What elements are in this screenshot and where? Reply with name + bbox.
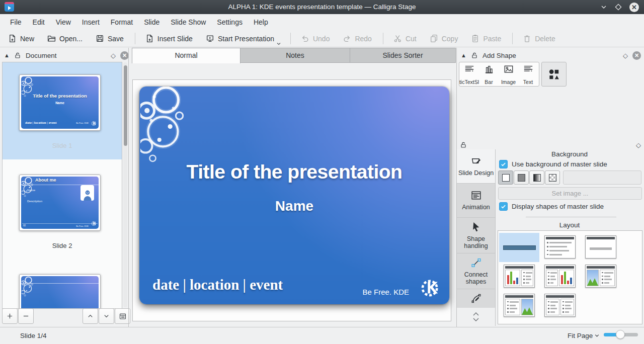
scrollbar-thumb[interactable] — [124, 65, 127, 146]
zoom-slider-handle[interactable] — [616, 330, 625, 339]
menu-help[interactable]: Help — [248, 16, 274, 29]
toolbar-separator — [383, 33, 383, 44]
menu-slide[interactable]: Slide — [138, 16, 165, 29]
bar-chart-icon — [484, 64, 495, 74]
slide-2-thumbnail[interactable]: About me Name Description 02 Be Free. KD… — [19, 175, 101, 231]
menu-view[interactable]: View — [50, 16, 76, 29]
menu-edit[interactable]: Edit — [27, 16, 50, 29]
shape-text-slide-item[interactable]: ticTextSl — [459, 62, 479, 86]
save-button[interactable]: Save — [96, 34, 124, 43]
maximize-icon[interactable] — [615, 4, 622, 11]
display-master-shapes-checkbox[interactable] — [499, 202, 508, 211]
layout-option-title-text-image[interactable] — [499, 291, 539, 320]
document-panel-header: ▲ Document ◇ ✕ — [4, 49, 129, 62]
redo-button[interactable]: Redo — [343, 34, 371, 43]
lock-icon[interactable] — [460, 141, 467, 148]
open-button[interactable]: Open... — [47, 34, 83, 43]
layout-option-title-only[interactable] — [499, 233, 539, 262]
shape-image-item[interactable]: Image — [499, 62, 518, 86]
use-master-background-row: Use background of master slide — [499, 160, 607, 168]
layout-option-title-bullets[interactable] — [540, 233, 580, 262]
add-shape-panel-title: Add Shape — [482, 52, 516, 59]
slide-3-thumbnail[interactable] — [19, 274, 101, 309]
move-slide-up-button[interactable] — [83, 308, 98, 324]
float-panel-icon[interactable]: ◇ — [636, 141, 641, 149]
layout-option-title-two-columns[interactable] — [540, 291, 580, 320]
tab-shape-handling[interactable]: Shape handling — [457, 218, 495, 253]
thumbnail-scrollbar[interactable] — [123, 62, 127, 307]
tab-slides-sorter[interactable]: Slides Sorter — [350, 48, 456, 63]
new-button[interactable]: New — [8, 34, 34, 43]
menu-slide-show[interactable]: Slide Show — [165, 16, 211, 29]
paste-button[interactable]: Paste — [471, 34, 501, 43]
kde-logo-icon — [91, 120, 97, 126]
slide-canvas[interactable]: Title of the presentation Name date | lo… — [132, 79, 451, 321]
fill-gradient-button[interactable] — [529, 170, 544, 185]
collapse-icon[interactable]: ▲ — [461, 52, 466, 58]
move-slide-down-button[interactable] — [99, 308, 114, 324]
tab-connect-shapes[interactable]: Connect shapes — [457, 253, 495, 289]
menu-file[interactable]: File — [5, 16, 27, 29]
slide-footer-text[interactable]: date | location | event — [152, 277, 283, 293]
chevron-down-icon — [103, 313, 110, 319]
shape-text-item[interactable]: Text — [518, 62, 538, 86]
remove-slide-button[interactable] — [18, 308, 34, 324]
chevron-down-icon[interactable] — [276, 41, 281, 46]
layout-option-title-image-text[interactable] — [581, 262, 621, 291]
lock-icon[interactable] — [14, 52, 21, 59]
menu-settings[interactable]: Settings — [211, 16, 248, 29]
background-fill-buttons — [498, 170, 641, 185]
slide-1-thumbnail[interactable]: Title of the presentation Name date | lo… — [19, 74, 101, 131]
slide-thumbnail-list: Title of the presentation Name date | lo… — [2, 62, 122, 309]
tab-normal[interactable]: Normal — [132, 48, 240, 63]
fill-solid-button[interactable] — [514, 170, 529, 185]
panel-splitter[interactable] — [128, 48, 129, 327]
cut-button[interactable]: Cut — [393, 34, 417, 43]
layout-option-title-text-chart[interactable] — [540, 262, 580, 291]
slide-title-text[interactable]: Title of the presentation — [139, 161, 449, 183]
collapse-icon[interactable]: ▲ — [4, 52, 10, 58]
zoom-mode-selector[interactable]: Fit Page — [568, 332, 600, 339]
tab-slide-design[interactable]: Slide Design — [457, 149, 495, 184]
delete-button[interactable]: Delete — [523, 34, 555, 43]
layout-option-title-chart-text[interactable] — [499, 262, 539, 291]
add-slide-button[interactable] — [2, 308, 18, 324]
slide-subtitle-text[interactable]: Name — [139, 198, 449, 214]
float-panel-icon[interactable]: ◇ — [623, 52, 628, 59]
scroll-up-icon[interactable] — [472, 312, 479, 316]
start-presentation-button[interactable]: Start Presentation — [206, 34, 274, 43]
close-panel-icon[interactable]: ✕ — [120, 51, 129, 60]
copy-icon — [430, 34, 438, 43]
copy-button[interactable]: Copy — [430, 34, 458, 43]
add-shape-panel-header: ▲ Add Shape ◇ ✕ — [461, 49, 641, 62]
tab-notes[interactable]: Notes — [240, 48, 350, 63]
tab-path-editing[interactable] — [457, 289, 495, 308]
menu-insert[interactable]: Insert — [76, 16, 105, 29]
application-window: ALPHA 1: KDE events presentation templat… — [0, 0, 644, 344]
menu-format[interactable]: Format — [105, 16, 138, 29]
fill-pattern-button[interactable] — [545, 170, 560, 185]
current-slide[interactable]: Title of the presentation Name date | lo… — [139, 87, 449, 304]
start-presentation-icon — [206, 34, 214, 43]
use-master-background-checkbox[interactable] — [499, 160, 508, 168]
thumb-slide-brand: Be Free. KDE — [76, 122, 89, 124]
tab-animation[interactable]: Animation — [457, 184, 495, 218]
scroll-down-icon[interactable] — [472, 317, 479, 322]
minimize-icon[interactable] — [600, 4, 607, 11]
fill-options-button[interactable] — [563, 170, 641, 185]
shape-collection-button[interactable] — [541, 62, 567, 87]
fill-none-button[interactable] — [498, 170, 513, 185]
lock-icon[interactable] — [471, 52, 478, 59]
set-image-button[interactable]: Set image ... — [498, 187, 642, 200]
menubar: File Edit View Insert Format Slide Slide… — [0, 14, 644, 30]
thumb2-footer-rule — [22, 223, 98, 224]
undo-button[interactable]: Undo — [301, 34, 330, 43]
close-panel-icon[interactable]: ✕ — [632, 51, 641, 60]
float-panel-icon[interactable]: ◇ — [111, 52, 116, 59]
layout-option-title-text[interactable] — [581, 233, 621, 262]
close-icon[interactable]: ✕ — [629, 3, 639, 12]
insert-slide-button[interactable]: Insert Slide — [145, 34, 193, 43]
list-icon — [119, 313, 126, 320]
shape-bar-chart-item[interactable]: Bar — [479, 62, 499, 86]
open-folder-icon — [47, 34, 56, 43]
